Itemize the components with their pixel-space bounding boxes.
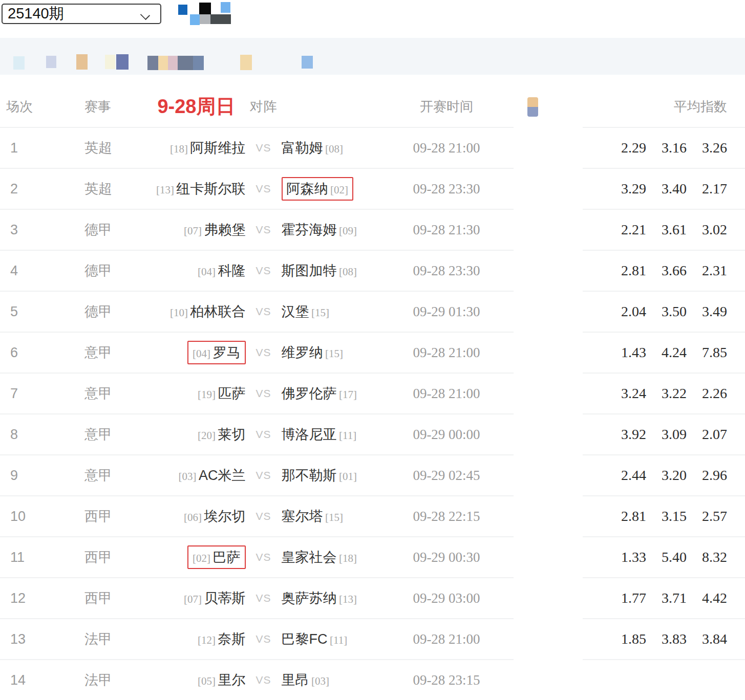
table-row[interactable]: 12 西甲 [07] 贝蒂斯 VS 奥萨苏纳 [13] 09-29 03:00 … [0, 577, 745, 618]
team-name[interactable]: 莱切 [218, 427, 246, 442]
home-team-cell[interactable]: [19] 匹萨 [126, 384, 246, 403]
home-team-cell[interactable]: [20] 莱切 [126, 425, 246, 444]
home-team-cell[interactable]: [07] 弗赖堡 [126, 221, 246, 239]
match-number: 7 [0, 386, 42, 402]
away-team-cell[interactable]: 佛罗伦萨 [17] [282, 384, 401, 403]
away-team-cell[interactable]: 维罗纳 [15] [282, 343, 401, 362]
home-team-cell[interactable]: [18] 阿斯维拉 [126, 139, 246, 157]
team-name[interactable]: 佛罗伦萨 [282, 386, 337, 401]
table-row[interactable]: 6 意甲 [04] 罗马 VS 维罗纳 [15] 09-28 21:00 1.4… [0, 332, 745, 373]
filter-swatch[interactable] [240, 55, 252, 70]
odds-lose: 7.85 [687, 344, 727, 361]
away-team-cell[interactable]: 奥萨苏纳 [13] [282, 589, 401, 607]
filter-swatch[interactable] [168, 56, 178, 70]
away-team-cell[interactable]: 塞尔塔 [15] [282, 507, 401, 526]
team-name[interactable]: 霍芬海姆 [282, 222, 337, 237]
avg-index-values: 2.04 3.50 3.49 [594, 303, 745, 320]
team-name[interactable]: 罗马 [213, 345, 241, 360]
home-team-cell[interactable]: [03] AC米兰 [126, 466, 246, 485]
team-name[interactable]: 里尔 [218, 672, 246, 688]
table-row[interactable]: 1 英超 [18] 阿斯维拉 VS 富勒姆 [08] 09-28 21:00 2… [0, 127, 745, 168]
filter-swatch[interactable] [193, 56, 204, 70]
team-name[interactable]: 贝蒂斯 [204, 590, 246, 606]
logo-square [210, 14, 231, 24]
team-name[interactable]: 阿森纳 [287, 181, 328, 196]
table-row[interactable]: 11 西甲 [02] 巴萨 VS 皇家社会 [18] 09-29 00:30 1… [0, 536, 745, 577]
home-team-cell[interactable]: [02] 巴萨 [126, 545, 246, 569]
filter-swatch[interactable] [158, 56, 168, 70]
team-name[interactable]: 汉堡 [282, 304, 309, 319]
table-row[interactable]: 13 法甲 [12] 奈斯 VS 巴黎FC [11] 09-28 21:00 1… [0, 618, 745, 659]
home-team-cell[interactable]: [13] 纽卡斯尔联 [126, 180, 246, 198]
away-team-cell[interactable]: 里昂 [03] [282, 671, 401, 689]
away-team-cell[interactable]: 霍芬海姆 [09] [282, 221, 401, 239]
away-team-cell[interactable]: 富勒姆 [08] [282, 139, 401, 157]
away-team-cell[interactable]: 那不勒斯 [01] [282, 466, 401, 485]
team-name[interactable]: 富勒姆 [282, 140, 323, 156]
team-name[interactable]: 奈斯 [218, 631, 246, 647]
table-row[interactable]: 10 西甲 [06] 埃尔切 VS 塞尔塔 [15] 09-28 22:15 2… [0, 495, 745, 536]
home-team-cell[interactable]: [10] 柏林联合 [126, 302, 246, 321]
away-team-cell[interactable]: 斯图加特 [08] [282, 261, 401, 280]
home-team-cell[interactable]: [07] 贝蒂斯 [126, 589, 246, 607]
filter-swatch[interactable] [116, 54, 129, 70]
table-row[interactable]: 5 德甲 [10] 柏林联合 VS 汉堡 [15] 09-29 01:30 2.… [0, 291, 745, 332]
team-name[interactable]: AC米兰 [199, 468, 246, 483]
odds-lose: 2.26 [687, 385, 727, 402]
home-team-cell[interactable]: [05] 里尔 [126, 671, 246, 689]
odds-draw: 3.20 [646, 467, 687, 484]
header-start-time: 开赛时间 [400, 98, 493, 116]
table-row[interactable]: 4 德甲 [04] 科隆 VS 斯图加特 [08] 09-28 23:30 2.… [0, 250, 745, 291]
team-name[interactable]: 塞尔塔 [282, 509, 323, 524]
filter-swatch[interactable] [147, 56, 158, 70]
table-row[interactable]: 2 英超 [13] 纽卡斯尔联 VS 阿森纳 [02] 09-28 23:30 … [0, 168, 745, 209]
home-team-cell[interactable]: [04] 罗马 [126, 341, 246, 364]
home-team-cell[interactable]: [12] 奈斯 [126, 630, 246, 648]
away-team-cell[interactable]: 汉堡 [15] [282, 302, 401, 321]
away-team-cell[interactable]: 皇家社会 [18] [282, 548, 401, 566]
filter-swatch[interactable] [302, 56, 313, 69]
vs-label: VS [246, 469, 282, 482]
start-time: 09-29 00:00 [400, 427, 493, 443]
filter-swatch[interactable] [76, 54, 88, 70]
team-name[interactable]: 那不勒斯 [282, 468, 337, 483]
team-name[interactable]: 巴黎FC [282, 631, 328, 647]
team-name[interactable]: 柏林联合 [190, 304, 246, 319]
away-team-cell[interactable]: 巴黎FC [11] [282, 630, 401, 648]
league-label: 英超 [84, 181, 112, 196]
header-matchup: 对阵 [246, 98, 282, 116]
table-row[interactable]: 3 德甲 [07] 弗赖堡 VS 霍芬海姆 [09] 09-28 21:30 2… [0, 209, 745, 250]
filter-swatch[interactable] [13, 56, 25, 70]
team-name[interactable]: 阿斯维拉 [190, 140, 246, 156]
league-rank: [07] [184, 225, 202, 237]
filter-swatch[interactable] [105, 55, 115, 69]
team-name[interactable]: 科隆 [218, 263, 246, 278]
table-row[interactable]: 14 法甲 [05] 里尔 VS 里昂 [03] 09-28 23:15 [0, 659, 745, 700]
team-name[interactable]: 里昂 [282, 672, 309, 688]
home-team-cell[interactable]: [04] 科隆 [126, 261, 246, 280]
team-name[interactable]: 维罗纳 [282, 345, 323, 360]
team-name[interactable]: 博洛尼亚 [282, 427, 337, 442]
filter-swatch[interactable] [178, 56, 193, 70]
away-team-cell[interactable]: 博洛尼亚 [11] [282, 425, 401, 444]
odds-draw: 3.50 [646, 303, 687, 320]
team-name[interactable]: 皇家社会 [282, 550, 337, 565]
team-name[interactable]: 巴萨 [213, 550, 241, 565]
odds-win: 2.29 [606, 140, 646, 156]
team-name[interactable]: 纽卡斯尔联 [177, 181, 246, 196]
table-row[interactable]: 8 意甲 [20] 莱切 VS 博洛尼亚 [11] 09-29 00:00 3.… [0, 413, 745, 454]
avg-index-values: 3.29 3.40 2.17 [594, 181, 745, 197]
team-name[interactable]: 斯图加特 [282, 263, 337, 278]
league-rank: [15] [325, 347, 343, 360]
period-select[interactable]: 25140期 [2, 4, 161, 24]
table-row[interactable]: 9 意甲 [03] AC米兰 VS 那不勒斯 [01] 09-29 02:45 … [0, 454, 745, 495]
league-rank: [18] [170, 143, 188, 155]
team-name[interactable]: 埃尔切 [204, 509, 246, 524]
team-name[interactable]: 弗赖堡 [204, 222, 246, 237]
filter-swatch[interactable] [46, 56, 56, 68]
home-team-cell[interactable]: [06] 埃尔切 [126, 507, 246, 526]
away-team-cell[interactable]: 阿森纳 [02] [282, 177, 401, 201]
team-name[interactable]: 匹萨 [218, 386, 246, 401]
team-name[interactable]: 奥萨苏纳 [282, 590, 337, 606]
table-row[interactable]: 7 意甲 [19] 匹萨 VS 佛罗伦萨 [17] 09-28 21:00 3.… [0, 373, 745, 413]
